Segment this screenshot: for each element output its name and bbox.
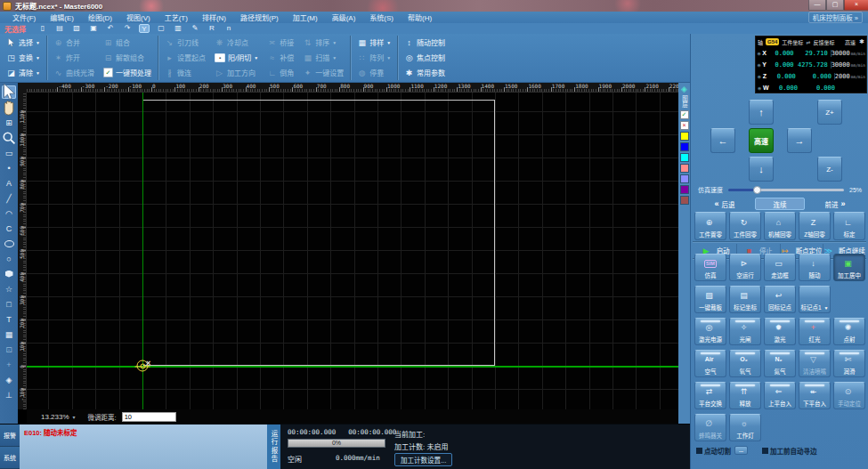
kerf-side-button[interactable]: ▪阳/阴切▼ <box>210 50 263 65</box>
jog-right-button[interactable]: → <box>787 128 812 153</box>
layer-visible-toggle[interactable]: ✓ <box>680 110 689 119</box>
shutter-button[interactable]: ✧光闸 <box>729 318 761 345</box>
menu-item-2[interactable]: 绘图(D) <box>81 12 119 22</box>
measure-tool-icon[interactable]: ▭ <box>2 146 16 159</box>
maximize-button[interactable]: ▢ <box>826 0 844 11</box>
arc-tool-icon[interactable]: ◠ <box>2 206 16 220</box>
menu-item-6[interactable]: 路径规划(P) <box>233 12 286 22</box>
lower-pallet-button[interactable]: ↞下平台入 <box>799 382 831 409</box>
nudge-cross-icon[interactable]: + <box>2 358 16 371</box>
lubricate-button[interactable]: ✄润滑 <box>833 350 865 377</box>
frame-select-icon[interactable]: ▢ <box>156 24 166 33</box>
laser-button[interactable]: ✹激光 <box>764 318 796 345</box>
follow-button[interactable]: ↓随动 <box>799 254 831 281</box>
release-button[interactable]: ⇈释放 <box>729 382 761 409</box>
return-mark-button[interactable]: ↩回标记点 <box>764 286 796 313</box>
layer-lock-toggle[interactable]: × <box>680 121 689 130</box>
jog-speed-button[interactable]: 高速 <box>749 128 774 153</box>
drawing-canvas[interactable]: -400-300-200-100010020030040050060070080… <box>18 83 678 424</box>
save-file-icon[interactable]: ▣ <box>88 24 99 33</box>
layer-color-swatch-3[interactable] <box>680 164 689 173</box>
calibrate-button[interactable]: ∟标定 <box>833 212 865 240</box>
work-area[interactable]: × <box>27 93 678 409</box>
layer-color-swatch-2[interactable] <box>680 153 689 162</box>
rect-tool-icon[interactable]: □ <box>2 297 16 311</box>
nudge-distance-input[interactable] <box>122 412 176 422</box>
workpiece-zero-button[interactable]: ⊕工件置零 <box>694 212 726 240</box>
gear-icon[interactable]: ✱ <box>859 38 864 45</box>
center-machining-button[interactable]: ▣加工居中 <box>833 254 865 281</box>
z-home-button[interactable]: ZZ轴回零 <box>799 212 831 240</box>
menu-item-0[interactable]: 文件(F) <box>5 12 43 22</box>
layers-icon[interactable]: ◈ <box>681 85 687 93</box>
jog-cut-more-button[interactable]: ... <box>734 446 748 455</box>
menu-item-9[interactable]: 系统(S) <box>362 12 401 22</box>
display-options-icon[interactable]: Y <box>139 24 150 33</box>
zoom-in-icon[interactable]: R <box>207 24 217 33</box>
line-tool-icon[interactable]: ╱ <box>2 191 16 205</box>
zoom-out-icon[interactable]: n <box>223 24 234 33</box>
redo-icon[interactable]: ↷ <box>122 24 133 33</box>
open-file-icon[interactable]: ▧ <box>71 24 82 33</box>
z-plus-button[interactable]: Z+ <box>817 100 842 125</box>
star-tool-icon[interactable]: ☆ <box>2 282 16 295</box>
upper-pallet-button[interactable]: ⇐上平台入 <box>764 382 796 409</box>
select-button[interactable]: 选择▼ <box>2 35 45 50</box>
burst-button[interactable]: ✺点射 <box>833 318 865 345</box>
follow-control-button[interactable]: ↕随动控制 <box>400 35 450 50</box>
step-forward-button[interactable]: 前进 » <box>805 198 865 210</box>
air-button[interactable]: Air空气 <box>694 350 726 377</box>
border-walk-button[interactable]: ▭走边框 <box>764 254 796 281</box>
common-params-button[interactable]: ✱常用参数 <box>400 65 450 80</box>
mark-point-menu-button[interactable]: 标记点1▼ <box>799 286 831 313</box>
z-minus-button[interactable]: Z- <box>817 157 842 182</box>
simulate-button[interactable]: SIM仿真 <box>694 254 726 281</box>
pan-tool-icon[interactable] <box>2 101 16 114</box>
machine-panel-toggle[interactable]: 机床控制面板 » <box>808 12 863 23</box>
run-report-tab[interactable]: 运行报告 <box>267 425 280 469</box>
layer-color-swatch-6[interactable] <box>680 196 689 205</box>
polygon-tool-icon[interactable] <box>2 267 16 280</box>
wcs-badge[interactable]: G54 <box>766 38 779 45</box>
probe-tool-icon[interactable]: ⊥ <box>2 388 16 401</box>
menu-item-4[interactable]: 工艺(T) <box>158 12 195 22</box>
red-light-button[interactable]: +红光 <box>799 318 831 345</box>
count-settings-button[interactable]: 加工计数设置... <box>394 453 452 466</box>
nest-button[interactable]: ▦排样▼ <box>353 35 395 50</box>
bottom-tab-1[interactable]: 系统 <box>0 447 20 469</box>
erase-button[interactable]: ◪清除▼ <box>2 65 45 80</box>
close-button[interactable]: × <box>844 0 868 11</box>
jog-down-button[interactable]: ↓ <box>749 157 774 182</box>
layer-color-swatch-5[interactable] <box>680 185 689 194</box>
step-back-button[interactable]: « 后退 <box>694 198 755 210</box>
jog-up-button[interactable]: ↑ <box>749 100 774 125</box>
pallet-swap-button[interactable]: ⇄平台交换 <box>694 382 726 409</box>
bottom-tab-0[interactable]: 报警 <box>0 425 20 447</box>
menu-item-7[interactable]: 加工(M) <box>286 12 325 22</box>
laser-power-button[interactable]: ◎激光电源 <box>694 318 726 345</box>
menu-item-1[interactable]: 编辑(E) <box>43 12 81 22</box>
zoom-level-select[interactable]: 13.233% ▾ <box>41 413 76 421</box>
menu-item-3[interactable]: 视图(V) <box>119 12 158 22</box>
minimize-button[interactable]: — <box>808 0 826 11</box>
zoom-tool-icon[interactable] <box>2 131 16 144</box>
swap-coords-icon[interactable]: ⇄ <box>806 39 810 45</box>
layer-color-swatch-0[interactable] <box>680 132 689 141</box>
work-light-button[interactable]: ☼工作灯 <box>729 414 761 441</box>
machine-home-button[interactable]: ⌂机械回零 <box>764 212 796 240</box>
measure-quick-icon[interactable]: ✎ <box>190 24 200 33</box>
fill-tool-icon[interactable]: ◈ <box>2 373 16 386</box>
menu-item-10[interactable]: 帮助(H) <box>401 12 439 22</box>
continuous-button[interactable]: 连续 <box>755 198 805 210</box>
layer-color-swatch-4[interactable] <box>680 174 689 183</box>
preprocess-button[interactable]: ✓一键预处理 <box>99 65 156 80</box>
zoom-window-icon[interactable]: ⊞ <box>2 116 16 129</box>
menu-item-8[interactable]: 高级(A) <box>325 12 363 22</box>
layer-color-swatch-1[interactable] <box>680 142 689 151</box>
undo-icon[interactable]: ↶ <box>105 24 116 33</box>
dry-run-button[interactable]: ⊳空运行 <box>729 254 761 281</box>
auto-edge-checkbox[interactable] <box>762 448 768 454</box>
menu-item-5[interactable]: 排样(N) <box>195 12 233 22</box>
new-file-icon[interactable]: ▯ <box>37 24 48 33</box>
jog-left-button[interactable]: ← <box>710 128 735 153</box>
